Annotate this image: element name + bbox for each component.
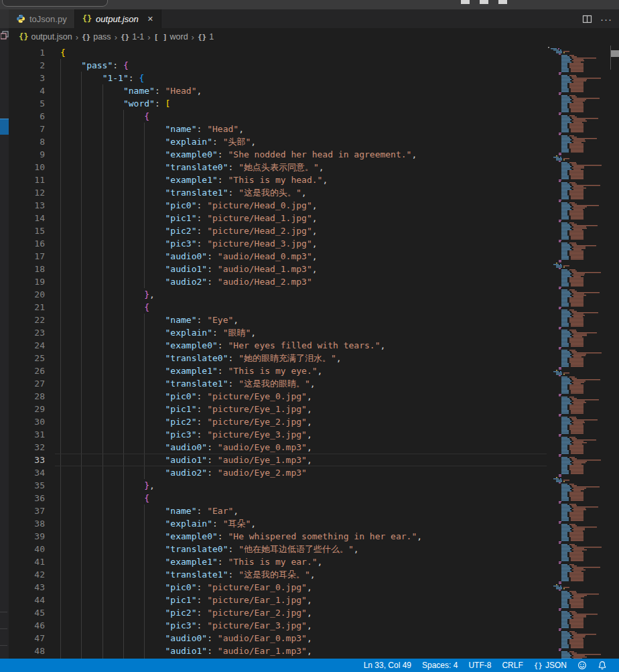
code-line[interactable]: 8 "explain": "头部", — [9, 135, 547, 148]
breadcrumb-item-word[interactable]: [ ] word — [154, 32, 188, 42]
code-line[interactable]: 2 "pass": { — [9, 59, 547, 72]
code-line[interactable]: 5 "word": [ — [9, 97, 547, 110]
line-number[interactable]: 4 — [9, 84, 45, 97]
line-number[interactable]: 18 — [9, 263, 45, 275]
code-line[interactable]: 35 }, — [9, 479, 547, 492]
code-line[interactable]: 44 "pic1": "picture/Ear_1.jpg", — [9, 594, 547, 606]
code-line[interactable]: 31 "pic3": "picture/Eye_3.jpg", — [9, 428, 547, 441]
line-number[interactable]: 10 — [9, 161, 45, 174]
line-number[interactable]: 30 — [9, 415, 45, 428]
line-number[interactable]: 12 — [9, 186, 45, 199]
more-actions-icon[interactable]: ··· — [600, 13, 612, 25]
line-number[interactable]: 29 — [9, 403, 45, 415]
line-number[interactable]: 24 — [9, 339, 45, 352]
code-line[interactable]: 4 "name": "Head", — [9, 84, 547, 97]
code-line[interactable]: 36 { — [9, 492, 547, 505]
code-line[interactable]: 9 "example0": "She nodded her head in ag… — [9, 148, 547, 161]
line-number[interactable]: 14 — [9, 212, 45, 224]
line-number[interactable]: 6 — [9, 110, 45, 123]
code-line[interactable]: 29 "pic1": "picture/Eye_1.jpg", — [9, 403, 547, 415]
close-tab-icon[interactable]: ✕ — [147, 15, 153, 23]
code-line[interactable]: 26 "example1": "This is my eye.", — [9, 364, 547, 377]
line-number[interactable]: 8 — [9, 135, 45, 148]
line-number[interactable]: 25 — [9, 352, 45, 364]
breadcrumb-item-1[interactable]: {} 1 — [198, 32, 214, 42]
code-area[interactable]: 1{2 "pass": {3 "1-1": {4 "name": "Head",… — [9, 46, 547, 659]
line-number[interactable]: 47 — [9, 632, 45, 645]
eol-setting[interactable]: CRLF — [496, 661, 528, 670]
line-number[interactable]: 7 — [9, 123, 45, 135]
line-number[interactable]: 44 — [9, 594, 45, 606]
line-number[interactable]: 16 — [9, 237, 45, 250]
encoding-setting[interactable]: UTF-8 — [463, 661, 496, 670]
line-number[interactable]: 9 — [9, 148, 45, 161]
code-line[interactable]: 41 "example1": "This is my ear.", — [9, 555, 547, 568]
line-number[interactable]: 37 — [9, 505, 45, 517]
code-line[interactable]: 32 "audio0": "audio/Eye_0.mp3", — [9, 441, 547, 454]
code-line[interactable]: 33 "audio1": "audio/Eye_1.mp3", — [9, 454, 547, 466]
code-line[interactable]: 37 "name": "Ear", — [9, 505, 547, 517]
line-number[interactable]: 5 — [9, 97, 45, 110]
line-number[interactable]: 41 — [9, 555, 45, 568]
breadcrumb-item-1-1[interactable]: {} 1-1 — [121, 32, 144, 42]
line-number[interactable]: 38 — [9, 517, 45, 530]
line-number[interactable]: 26 — [9, 364, 45, 377]
code-line[interactable]: 1{ — [9, 46, 547, 59]
code-line[interactable]: 43 "pic0": "picture/Ear_0.jpg", — [9, 581, 547, 594]
line-number[interactable]: 46 — [9, 619, 45, 632]
code-line[interactable]: 23 "explain": "眼睛", — [9, 326, 547, 339]
line-number[interactable]: 17 — [9, 250, 45, 263]
code-line[interactable]: 20 }, — [9, 288, 547, 301]
code-line[interactable]: 14 "pic1": "picture/Head_1.jpg", — [9, 212, 547, 224]
line-number[interactable]: 1 — [9, 46, 45, 59]
code-line[interactable]: 42 "translate1": "这是我的耳朵。", — [9, 568, 547, 581]
code-line[interactable]: 11 "example1": "This is my head.", — [9, 174, 547, 186]
code-line[interactable]: 38 "explain": "耳朵", — [9, 517, 547, 530]
code-line[interactable]: 3 "1-1": { — [9, 72, 547, 84]
code-line[interactable]: 28 "pic0": "picture/Eye_0.jpg", — [9, 390, 547, 403]
cursor-position[interactable]: Ln 33, Col 49 — [358, 661, 417, 670]
line-number[interactable]: 34 — [9, 466, 45, 479]
line-number[interactable]: 15 — [9, 224, 45, 237]
line-number[interactable]: 20 — [9, 288, 45, 301]
code-line[interactable]: 27 "translate1": "这是我的眼睛。", — [9, 377, 547, 390]
minimap[interactable] — [547, 46, 608, 659]
code-line[interactable]: 46 "pic3": "picture/Ear_3.jpg", — [9, 619, 547, 632]
line-number[interactable]: 31 — [9, 428, 45, 441]
line-number[interactable]: 28 — [9, 390, 45, 403]
code-line[interactable]: 15 "pic2": "picture/Head_2.jpg", — [9, 224, 547, 237]
line-number[interactable]: 45 — [9, 606, 45, 619]
line-number[interactable]: 23 — [9, 326, 45, 339]
close-button[interactable] — [498, 0, 507, 4]
code-line[interactable]: 25 "translate0": "她的眼睛充满了泪水。", — [9, 352, 547, 364]
tab-output-json[interactable]: {} output.json ✕ — [75, 9, 161, 28]
line-number[interactable]: 40 — [9, 543, 45, 555]
line-number[interactable]: 36 — [9, 492, 45, 505]
line-number[interactable]: 11 — [9, 174, 45, 186]
minimize-button[interactable] — [461, 0, 470, 4]
code-line[interactable]: 7 "name": "Head", — [9, 123, 547, 135]
line-number[interactable]: 39 — [9, 530, 45, 543]
code-line[interactable]: 34 "audio2": "audio/Eye_2.mp3" — [9, 466, 547, 479]
code-line[interactable]: 13 "pic0": "picture/Head_0.jpg", — [9, 199, 547, 212]
code-line[interactable]: 47 "audio0": "audio/Ear_0.mp3", — [9, 632, 547, 645]
code-line[interactable]: 10 "translate0": "她点头表示同意。", — [9, 161, 547, 174]
line-number[interactable]: 3 — [9, 72, 45, 84]
line-number[interactable]: 19 — [9, 275, 45, 288]
indentation-setting[interactable]: Spaces: 4 — [417, 661, 463, 670]
line-number[interactable]: 2 — [9, 59, 45, 72]
code-line[interactable]: 12 "translate1": "这是我的头。", — [9, 186, 547, 199]
line-number[interactable]: 21 — [9, 301, 45, 314]
line-number[interactable]: 42 — [9, 568, 45, 581]
code-line[interactable]: 48 "audio1": "audio/Ear_1.mp3", — [9, 645, 547, 657]
code-line[interactable]: 45 "pic2": "picture/Ear_2.jpg", — [9, 606, 547, 619]
tab-tojson-py[interactable]: toJson.py — [9, 9, 75, 28]
line-number[interactable]: 35 — [9, 479, 45, 492]
code-line[interactable]: 40 "translate0": "他在她耳边低语了些什么。", — [9, 543, 547, 555]
line-number[interactable]: 13 — [9, 199, 45, 212]
editor-pane[interactable]: 1{2 "pass": {3 "1-1": {4 "name": "Head",… — [9, 46, 619, 659]
code-line[interactable]: 30 "pic2": "picture/Eye_2.jpg", — [9, 415, 547, 428]
notifications-bell-icon[interactable] — [592, 661, 612, 670]
code-line[interactable]: 21 { — [9, 301, 547, 314]
split-editor-icon[interactable] — [582, 14, 592, 24]
